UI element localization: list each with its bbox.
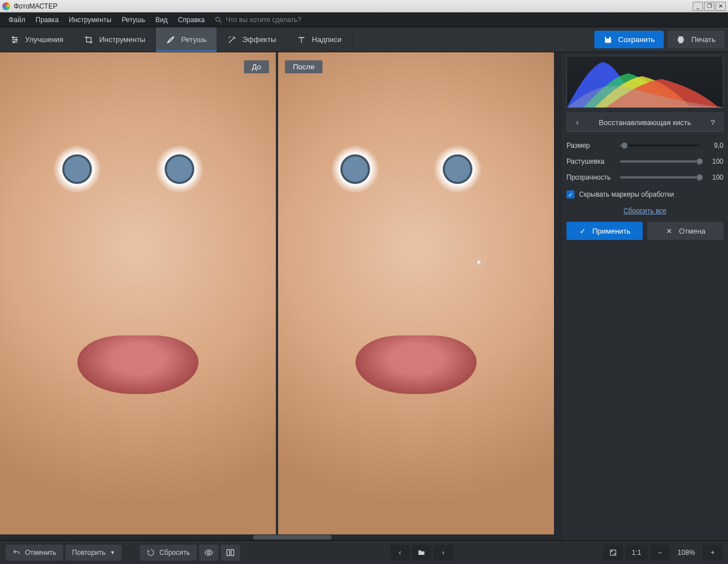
text-icon — [297, 35, 306, 44]
app-logo-icon — [2, 2, 10, 10]
print-button[interactable]: Печать — [667, 31, 725, 48]
panel-header: ‹ Восстанавливающая кисть ? — [566, 113, 723, 132]
vertical-scrollbar[interactable] — [554, 52, 562, 540]
tab-retouch[interactable]: Ретушь — [156, 27, 217, 52]
preview-toggle-button[interactable] — [199, 545, 218, 561]
image-before: До — [0, 52, 278, 540]
histogram[interactable] — [566, 56, 723, 108]
open-folder-button[interactable] — [412, 545, 431, 561]
save-icon — [603, 35, 613, 44]
zoom-in-button[interactable]: + — [703, 545, 722, 561]
slider-label: Прозрачность — [566, 173, 615, 181]
slider-label: Размер — [566, 142, 615, 150]
tab-label: Улучшения — [25, 35, 63, 44]
image-after: После — [278, 52, 554, 540]
tab-effects[interactable]: Эффекты — [217, 27, 287, 52]
save-label: Сохранить — [618, 35, 655, 44]
svg-rect-9 — [227, 549, 230, 555]
checkbox-label: Скрывать маркеры обработки — [579, 190, 674, 198]
wand-icon — [228, 35, 237, 44]
sidebar-panel: ‹ Восстанавливающая кисть ? Размер 9,0 Р… — [562, 52, 728, 540]
check-icon: ✓ — [578, 227, 586, 235]
minus-icon: − — [658, 549, 662, 557]
eye-icon — [204, 548, 213, 557]
next-file-button[interactable]: › — [433, 545, 453, 561]
undo-button[interactable]: Отменить — [6, 545, 63, 561]
panel-back-button[interactable]: ‹ — [572, 118, 583, 127]
svg-point-7 — [13, 41, 15, 43]
close-icon: ✕ — [665, 227, 673, 235]
apply-button[interactable]: ✓ Применить — [566, 222, 643, 240]
redo-button[interactable]: Повторить ▼ — [65, 545, 122, 561]
svg-line-1 — [220, 20, 222, 23]
menu-file[interactable]: Файл — [3, 14, 31, 26]
menubar: Файл Правка Инструменты Ретушь Вид Справ… — [0, 13, 728, 27]
compare-toggle-button[interactable] — [221, 545, 240, 561]
after-label: После — [285, 60, 322, 73]
tool-tabs: Улучшения Инструменты Ретушь Эффекты Над… — [0, 27, 728, 52]
cancel-button[interactable]: ✕ Отмена — [647, 222, 723, 240]
menu-edit[interactable]: Правка — [31, 14, 64, 26]
slider-label: Растушевка — [566, 157, 615, 165]
file-nav-group: ‹ › — [390, 545, 453, 561]
apply-label: Применить — [592, 227, 630, 235]
plus-icon: + — [711, 549, 715, 557]
reset-all-link[interactable]: Сбросить все — [566, 201, 723, 222]
brush-icon — [166, 35, 175, 44]
svg-point-5 — [13, 36, 14, 38]
refresh-icon — [147, 549, 155, 557]
slider-feather[interactable]: Растушевка 100 — [566, 154, 723, 169]
print-label: Печать — [691, 35, 715, 44]
checkbox-checked-icon: ✓ — [566, 190, 574, 198]
slider-size[interactable]: Размер 9,0 — [566, 138, 723, 154]
undo-label: Отменить — [25, 549, 56, 557]
zoom-value: 108% — [672, 549, 701, 557]
before-label: До — [244, 60, 269, 73]
horizontal-scrollbar[interactable] — [0, 534, 562, 540]
cancel-label: Отмена — [679, 227, 706, 235]
svg-point-0 — [216, 17, 220, 21]
reset-button[interactable]: Сбросить — [140, 545, 196, 561]
slider-opacity[interactable]: Прозрачность 100 — [566, 169, 723, 185]
undo-icon — [13, 549, 20, 557]
search-icon — [214, 16, 222, 24]
reset-label: Сбросить — [159, 549, 189, 557]
svg-point-8 — [208, 551, 210, 554]
zoom-out-button[interactable]: − — [650, 545, 669, 561]
svg-point-6 — [15, 39, 17, 40]
redo-label: Повторить — [72, 549, 106, 557]
print-icon — [676, 35, 685, 44]
tab-tools[interactable]: Инструменты — [74, 27, 156, 52]
help-search[interactable]: Что вы хотите сделать? — [214, 16, 301, 24]
hide-markers-checkbox[interactable]: ✓ Скрывать маркеры обработки — [566, 185, 723, 201]
chevron-down-icon: ▼ — [110, 550, 115, 555]
menu-help[interactable]: Справка — [173, 14, 210, 26]
chevron-left-icon: ‹ — [399, 549, 401, 557]
prev-file-button[interactable]: ‹ — [390, 545, 410, 561]
app-title: ФотоМАСТЕР — [14, 2, 57, 10]
sliders-icon — [10, 35, 19, 44]
chevron-right-icon: › — [442, 549, 444, 557]
tab-label: Надписи — [312, 35, 341, 44]
tab-label: Ретушь — [181, 35, 206, 44]
ratio-label: 1:1 — [632, 549, 642, 557]
window-maximize-button[interactable]: ❐ — [704, 2, 714, 11]
canvas-compare[interactable]: До После — [0, 52, 562, 540]
save-button[interactable]: Сохранить — [594, 31, 664, 48]
help-search-placeholder: Что вы хотите сделать? — [226, 16, 301, 24]
menu-tools[interactable]: Инструменты — [64, 14, 117, 26]
menu-retouch[interactable]: Ретушь — [117, 14, 150, 26]
window-close-button[interactable]: ✕ — [715, 2, 726, 11]
tab-enhance[interactable]: Улучшения — [0, 27, 74, 52]
slider-value: 100 — [704, 157, 723, 165]
crop-icon — [84, 35, 93, 44]
window-minimize-button[interactable]: _ — [693, 2, 703, 11]
actual-size-button[interactable]: 1:1 — [625, 545, 648, 561]
fit-icon — [609, 549, 617, 557]
menu-view[interactable]: Вид — [150, 14, 173, 26]
panel-help-button[interactable]: ? — [707, 118, 718, 127]
tab-label: Эффекты — [242, 35, 276, 44]
fit-screen-button[interactable] — [603, 545, 623, 561]
svg-rect-10 — [231, 549, 234, 555]
tab-text[interactable]: Надписи — [287, 27, 352, 52]
